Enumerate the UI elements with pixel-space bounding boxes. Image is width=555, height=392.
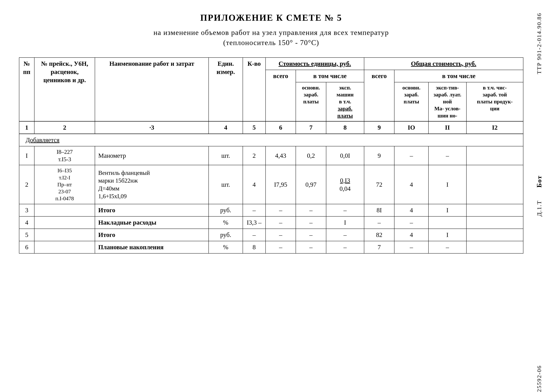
content-area: ПРИЛОЖЕНИЕ К СМЕТЕ № 5 на изменение объе… (19, 13, 523, 379)
row1-c8: 0,0I (326, 146, 364, 165)
row2-ref: I6–I35т.I2-IПр–нт23-07п.I-0478 (34, 165, 95, 204)
row6-c10: – (394, 241, 429, 253)
row6-c7: – (296, 241, 326, 253)
row6-c8: – (326, 241, 364, 253)
row4-c6: – (266, 216, 296, 229)
colnum-6: 6 (266, 121, 296, 134)
col-unit-header: Един. измер. (209, 57, 243, 121)
row2-unit: шт. (209, 165, 243, 204)
row6-c12 (467, 241, 523, 253)
row1-c10: – (394, 146, 429, 165)
row5-c8: – (326, 229, 364, 241)
row6-c11: – (429, 241, 467, 253)
table-row: 3 Итого руб. – – – – 8I 4 I (19, 204, 523, 216)
row3-c7: – (296, 204, 326, 216)
row3-c9: 8I (364, 204, 394, 216)
main-table: № пп № прейск., У6Н, расценок, ценников … (19, 57, 523, 254)
row6-c9: 7 (364, 241, 394, 253)
col-total-cost-header: Общая стоимость, руб. (364, 57, 523, 70)
column-number-row: 1 2 ·3 4 5 6 7 8 9 IO II I2 (19, 121, 523, 134)
row2-qty: 4 (243, 165, 266, 204)
row6-qty: 8 (243, 241, 266, 253)
row4-c10: – (394, 216, 429, 229)
row2-c7: 0,97 (296, 165, 326, 204)
subtitle-line1: на изменение объемов работ на узел управ… (19, 28, 523, 38)
table-row: 5 Итого руб. – – – – 82 4 I (19, 229, 523, 241)
row1-c6: 4,43 (266, 146, 296, 165)
row1-c12 (467, 146, 523, 165)
header: ПРИЛОЖЕНИЕ К СМЕТЕ № 5 на изменение объе… (19, 13, 523, 48)
row4-qty: I3,3 – (243, 216, 266, 229)
row3-c6: – (266, 204, 296, 216)
colnum-12: I2 (467, 121, 523, 134)
row5-c10: 4 (394, 229, 429, 241)
col6-inthat-header: в том числе (296, 70, 364, 82)
colnum-5: 5 (243, 121, 266, 134)
subtitle-line2: (теплоноситель 150° - 70°C) (19, 38, 523, 48)
row1-name: Манометр (95, 146, 209, 165)
col-num-header: № пп (19, 57, 34, 121)
side-text-num: 25592-06 (536, 365, 542, 392)
row3-qty: – (243, 204, 266, 216)
side-text-dl: Д.1.Т (536, 200, 543, 216)
colnum-8: 8 (326, 121, 364, 134)
row4-name: Накладные расходы (95, 216, 209, 229)
row2-c10: 4 (394, 165, 429, 204)
col-unit-cost-header: Стоимость единицы, руб. (266, 57, 364, 70)
colnum-2: 2 (34, 121, 95, 134)
section-label-row: Добавляется (19, 134, 523, 146)
colnum-4: 4 (209, 121, 243, 134)
table-row: I I8–227т.I5-3 Манометр шт. 2 4,43 0,2 0… (19, 146, 523, 165)
row4-unit: % (209, 216, 243, 229)
row2-c9: 72 (364, 165, 394, 204)
colnum-1: 1 (19, 121, 34, 134)
row4-c12 (467, 216, 523, 229)
row2-c8: 0,I30,04 (326, 165, 364, 204)
row5-c7: – (296, 229, 326, 241)
colnum-3: ·3 (95, 121, 209, 134)
row1-c11: – (429, 146, 467, 165)
row3-c12 (467, 204, 523, 216)
col-name-header: Наименование работ и затрат (95, 57, 209, 121)
page: ПРИЛОЖЕНИЕ К СМЕТЕ № 5 на изменение объе… (0, 0, 555, 392)
row2-c12 (467, 165, 523, 204)
header-row-1: № пп № прейск., У6Н, расценок, ценников … (19, 57, 523, 70)
row4-c8: I (326, 216, 364, 229)
table-row: 6 Плановые накопления % 8 – – – 7 – – (19, 241, 523, 253)
row4-c9: – (364, 216, 394, 229)
row1-qty: 2 (243, 146, 266, 165)
colnum-7: 7 (296, 121, 326, 134)
table-row: 4 Накладные расходы % I3,3 – – – I – – (19, 216, 523, 229)
row3-c8: – (326, 204, 364, 216)
col9-inthat-header: в том числе (394, 70, 523, 82)
right-margin-text: ТТР 901-2-014.90.86 Бот Д.1.Т 25592-06 (525, 0, 553, 392)
row4-ref (34, 216, 95, 229)
row1-c9: 9 (364, 146, 394, 165)
row5-num: 5 (19, 229, 34, 241)
row4-c11 (429, 216, 467, 229)
row6-num: 6 (19, 241, 34, 253)
col9-all-header: всего (364, 70, 394, 121)
col7-osnov-header: основн.зараб.платы (296, 82, 326, 121)
row3-name: Итого (95, 204, 209, 216)
row4-c7: – (296, 216, 326, 229)
row2-num: 2 (19, 165, 34, 204)
side-text-ttr: ТТР 901-2-014.90.86 (536, 13, 542, 74)
row5-qty: – (243, 229, 266, 241)
row2-c11: I (429, 165, 467, 204)
row5-c11: I (429, 229, 467, 241)
page-subtitle: на изменение объемов работ на узел управ… (19, 28, 523, 48)
row3-num: 3 (19, 204, 34, 216)
row5-unit: руб. (209, 229, 243, 241)
row1-num: I (19, 146, 34, 165)
row3-unit: руб. (209, 204, 243, 216)
row2-name: Вентиль фланцевыймарки 15б22нжД=40мм1,6+… (95, 165, 209, 204)
row6-c6: – (266, 241, 296, 253)
row1-c7: 0,2 (296, 146, 326, 165)
row3-c11: I (429, 204, 467, 216)
colnum-11: II (429, 121, 467, 134)
row5-c9: 82 (364, 229, 394, 241)
row6-unit: % (209, 241, 243, 253)
row5-ref (34, 229, 95, 241)
row6-name: Плановые накопления (95, 241, 209, 253)
